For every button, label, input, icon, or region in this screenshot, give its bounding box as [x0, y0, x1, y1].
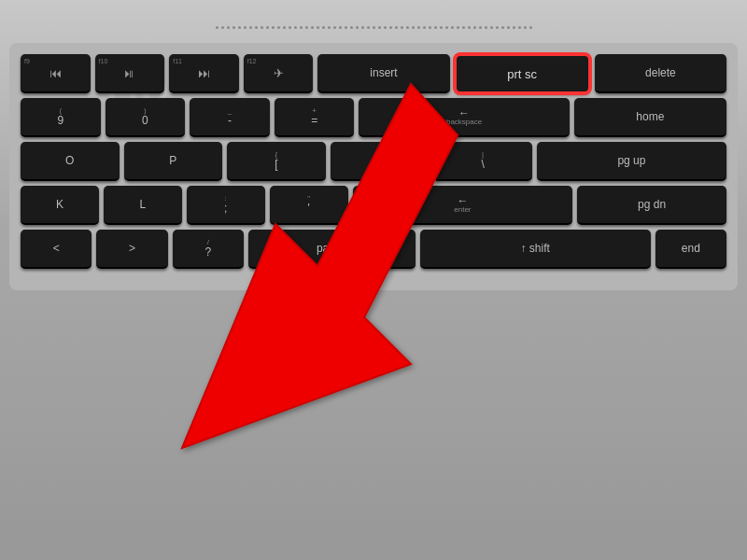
fn-key-row: f9 ⏮ f10 ⏯ f11 ⏭ f12 ✈ insert prt sc: [21, 54, 726, 93]
op-key-row: O P { [ } ] | \ pg up: [21, 142, 726, 181]
key-prev[interactable]: f9 ⏮: [21, 54, 91, 93]
key-p[interactable]: P: [124, 142, 223, 181]
keyboard-body: f9 ⏮ f10 ⏯ f11 ⏭ f12 ✈ insert prt sc: [9, 43, 738, 290]
key-right-angle[interactable]: >: [96, 230, 167, 269]
key-k[interactable]: K: [21, 186, 99, 225]
key-9[interactable]: ( 9: [21, 98, 101, 137]
key-playpause[interactable]: f10 ⏯: [95, 54, 165, 93]
grille-dots: [216, 26, 532, 29]
key-backslash[interactable]: | \: [433, 142, 532, 181]
key-quote[interactable]: " ': [270, 186, 348, 225]
key-backspace[interactable]: ← backspace: [359, 98, 569, 137]
key-minus[interactable]: _ -: [190, 98, 270, 137]
key-equals[interactable]: + =: [275, 98, 355, 137]
key-next[interactable]: f11 ⏭: [169, 54, 239, 93]
key-insert[interactable]: insert: [317, 54, 449, 93]
key-home[interactable]: home: [574, 98, 726, 137]
key-pause[interactable]: pause: [248, 230, 416, 269]
num-key-row: ( 9 ) 0 _ - + = ← backspace home: [21, 98, 726, 137]
key-bracket-left[interactable]: { [: [227, 142, 326, 181]
kl-key-row: K L : ; " ' ← enter pg dn: [21, 186, 726, 225]
key-prtsc[interactable]: prt sc: [455, 54, 590, 93]
key-l[interactable]: L: [104, 186, 182, 225]
speaker-grille: [9, 19, 738, 35]
key-left-angle[interactable]: <: [21, 230, 92, 269]
key-semicolon[interactable]: : ;: [187, 186, 265, 225]
key-delete[interactable]: delete: [595, 54, 726, 93]
key-pgdn[interactable]: pg dn: [577, 186, 726, 225]
key-slash[interactable]: / ?: [173, 230, 244, 269]
bottom-key-row: < > / ? pause ↑ shift end: [21, 230, 726, 269]
key-bracket-right[interactable]: } ]: [331, 142, 430, 181]
key-pgup[interactable]: pg up: [537, 142, 726, 181]
key-o[interactable]: O: [21, 142, 120, 181]
key-end[interactable]: end: [655, 230, 726, 269]
keyboard-container: Tio f9 ⏮ f10 ⏯ f11 ⏭ f12 ✈ insert: [0, 0, 747, 560]
key-shift[interactable]: ↑ shift: [420, 230, 651, 269]
key-0[interactable]: ) 0: [106, 98, 186, 137]
key-airplane[interactable]: f12 ✈: [244, 54, 314, 93]
key-enter[interactable]: ← enter: [353, 186, 573, 225]
